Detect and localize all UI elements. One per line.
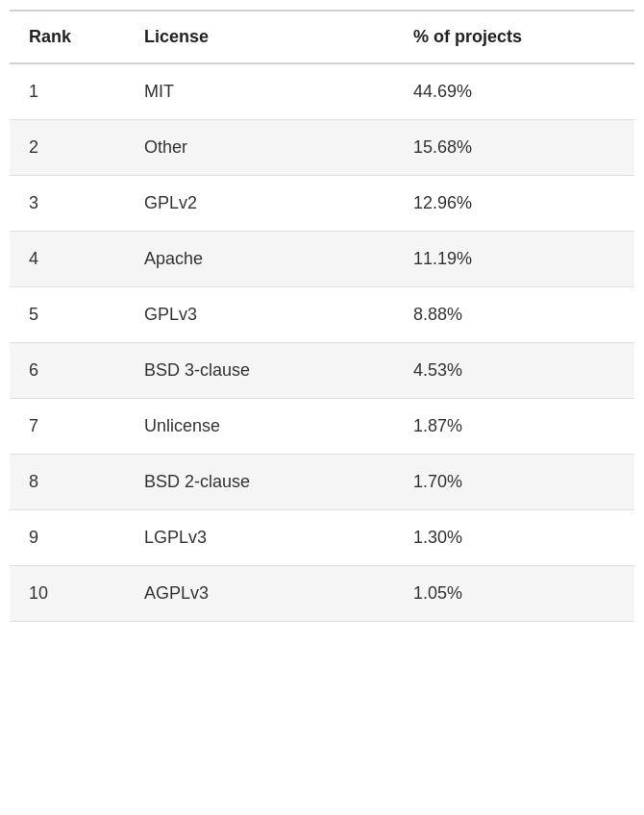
table-row: 8BSD 2-clause1.70% xyxy=(10,455,634,510)
license-cell: Apache xyxy=(125,232,394,287)
rank-cell: 10 xyxy=(10,566,125,622)
percent-cell: 11.19% xyxy=(394,232,634,287)
percent-cell: 1.70% xyxy=(394,455,634,510)
license-header: License xyxy=(125,11,394,63)
table-row: 1MIT44.69% xyxy=(10,63,634,120)
rank-cell: 7 xyxy=(10,399,125,455)
table-row: 4Apache11.19% xyxy=(10,232,634,287)
table-row: 7Unlicense1.87% xyxy=(10,399,634,455)
rank-cell: 6 xyxy=(10,343,125,399)
percent-header: % of projects xyxy=(394,11,634,63)
license-table: Rank License % of projects 1MIT44.69%2Ot… xyxy=(10,10,634,622)
license-cell: GPLv2 xyxy=(125,176,394,232)
percent-cell: 1.87% xyxy=(394,399,634,455)
table-row: 5GPLv38.88% xyxy=(10,287,634,343)
rank-cell: 8 xyxy=(10,455,125,510)
table-row: 10AGPLv31.05% xyxy=(10,566,634,622)
table-row: 3GPLv212.96% xyxy=(10,176,634,232)
rank-header: Rank xyxy=(10,11,125,63)
percent-cell: 15.68% xyxy=(394,120,634,176)
table-row: 9LGPLv31.30% xyxy=(10,510,634,566)
rank-cell: 4 xyxy=(10,232,125,287)
rank-cell: 2 xyxy=(10,120,125,176)
license-cell: GPLv3 xyxy=(125,287,394,343)
license-cell: AGPLv3 xyxy=(125,566,394,622)
percent-cell: 12.96% xyxy=(394,176,634,232)
license-cell: Other xyxy=(125,120,394,176)
rank-cell: 1 xyxy=(10,63,125,120)
percent-cell: 4.53% xyxy=(394,343,634,399)
rank-cell: 3 xyxy=(10,176,125,232)
percent-cell: 1.05% xyxy=(394,566,634,622)
rank-cell: 5 xyxy=(10,287,125,343)
rank-cell: 9 xyxy=(10,510,125,566)
license-cell: MIT xyxy=(125,63,394,120)
table-header-row: Rank License % of projects xyxy=(10,11,634,63)
percent-cell: 1.30% xyxy=(394,510,634,566)
license-cell: Unlicense xyxy=(125,399,394,455)
table-row: 2Other15.68% xyxy=(10,120,634,176)
license-cell: LGPLv3 xyxy=(125,510,394,566)
license-cell: BSD 3-clause xyxy=(125,343,394,399)
table-row: 6BSD 3-clause4.53% xyxy=(10,343,634,399)
percent-cell: 8.88% xyxy=(394,287,634,343)
percent-cell: 44.69% xyxy=(394,63,634,120)
license-cell: BSD 2-clause xyxy=(125,455,394,510)
